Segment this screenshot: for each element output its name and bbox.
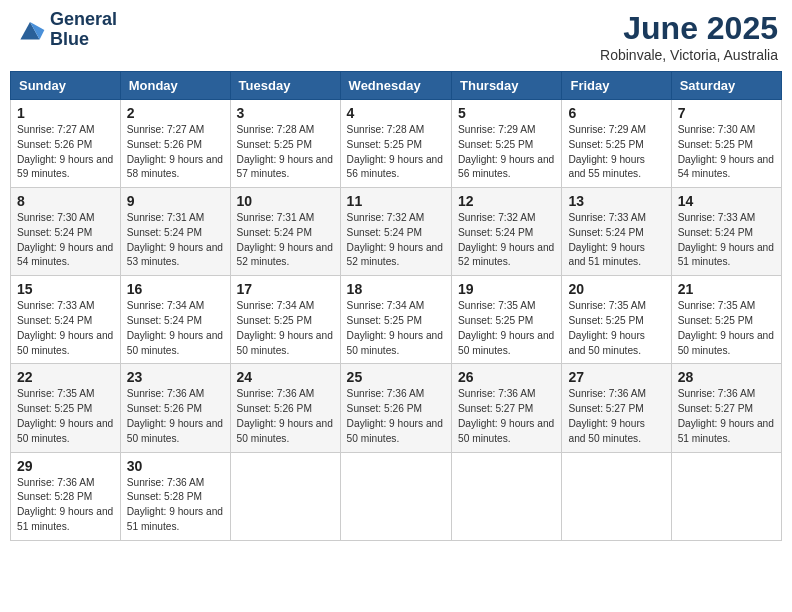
day-info: Sunrise: 7:36 AMSunset: 5:27 PMDaylight:… bbox=[458, 387, 555, 446]
day-info: Sunrise: 7:30 AMSunset: 5:25 PMDaylight:… bbox=[678, 123, 775, 182]
day-number: 17 bbox=[237, 281, 334, 297]
day-info: Sunrise: 7:35 AMSunset: 5:25 PMDaylight:… bbox=[17, 387, 114, 446]
calendar-cell: 16Sunrise: 7:34 AMSunset: 5:24 PMDayligh… bbox=[120, 276, 230, 364]
day-info: Sunrise: 7:32 AMSunset: 5:24 PMDaylight:… bbox=[458, 211, 555, 270]
day-info: Sunrise: 7:31 AMSunset: 5:24 PMDaylight:… bbox=[237, 211, 334, 270]
calendar-cell: 5Sunrise: 7:29 AMSunset: 5:25 PMDaylight… bbox=[452, 100, 562, 188]
day-number: 12 bbox=[458, 193, 555, 209]
calendar-cell: 19Sunrise: 7:35 AMSunset: 5:25 PMDayligh… bbox=[452, 276, 562, 364]
col-saturday: Saturday bbox=[671, 72, 781, 100]
calendar-cell bbox=[671, 452, 781, 540]
day-number: 15 bbox=[17, 281, 114, 297]
page-header: General Blue June 2025 Robinvale, Victor… bbox=[10, 10, 782, 63]
day-info: Sunrise: 7:35 AMSunset: 5:25 PMDaylight:… bbox=[678, 299, 775, 358]
day-info: Sunrise: 7:36 AMSunset: 5:27 PMDaylight:… bbox=[678, 387, 775, 446]
day-info: Sunrise: 7:28 AMSunset: 5:25 PMDaylight:… bbox=[237, 123, 334, 182]
calendar-cell: 10Sunrise: 7:31 AMSunset: 5:24 PMDayligh… bbox=[230, 188, 340, 276]
day-number: 6 bbox=[568, 105, 664, 121]
day-number: 27 bbox=[568, 369, 664, 385]
day-info: Sunrise: 7:31 AMSunset: 5:24 PMDaylight:… bbox=[127, 211, 224, 270]
calendar-cell: 1Sunrise: 7:27 AMSunset: 5:26 PMDaylight… bbox=[11, 100, 121, 188]
calendar-cell bbox=[562, 452, 671, 540]
day-info: Sunrise: 7:30 AMSunset: 5:24 PMDaylight:… bbox=[17, 211, 114, 270]
day-number: 1 bbox=[17, 105, 114, 121]
day-number: 3 bbox=[237, 105, 334, 121]
day-number: 25 bbox=[347, 369, 445, 385]
day-info: Sunrise: 7:36 AMSunset: 5:26 PMDaylight:… bbox=[237, 387, 334, 446]
day-info: Sunrise: 7:34 AMSunset: 5:25 PMDaylight:… bbox=[347, 299, 445, 358]
month-title: June 2025 bbox=[600, 10, 778, 47]
calendar-cell: 27Sunrise: 7:36 AMSunset: 5:27 PMDayligh… bbox=[562, 364, 671, 452]
calendar-week-row: 22Sunrise: 7:35 AMSunset: 5:25 PMDayligh… bbox=[11, 364, 782, 452]
day-number: 30 bbox=[127, 458, 224, 474]
day-number: 20 bbox=[568, 281, 664, 297]
calendar-cell: 2Sunrise: 7:27 AMSunset: 5:26 PMDaylight… bbox=[120, 100, 230, 188]
calendar-cell: 21Sunrise: 7:35 AMSunset: 5:25 PMDayligh… bbox=[671, 276, 781, 364]
calendar-week-row: 15Sunrise: 7:33 AMSunset: 5:24 PMDayligh… bbox=[11, 276, 782, 364]
calendar-cell: 13Sunrise: 7:33 AMSunset: 5:24 PMDayligh… bbox=[562, 188, 671, 276]
day-number: 2 bbox=[127, 105, 224, 121]
day-number: 21 bbox=[678, 281, 775, 297]
calendar-cell bbox=[340, 452, 451, 540]
calendar-cell: 12Sunrise: 7:32 AMSunset: 5:24 PMDayligh… bbox=[452, 188, 562, 276]
day-info: Sunrise: 7:36 AMSunset: 5:26 PMDaylight:… bbox=[347, 387, 445, 446]
calendar-cell: 26Sunrise: 7:36 AMSunset: 5:27 PMDayligh… bbox=[452, 364, 562, 452]
location: Robinvale, Victoria, Australia bbox=[600, 47, 778, 63]
day-number: 24 bbox=[237, 369, 334, 385]
day-info: Sunrise: 7:27 AMSunset: 5:26 PMDaylight:… bbox=[17, 123, 114, 182]
day-number: 14 bbox=[678, 193, 775, 209]
day-info: Sunrise: 7:36 AMSunset: 5:26 PMDaylight:… bbox=[127, 387, 224, 446]
calendar-cell: 14Sunrise: 7:33 AMSunset: 5:24 PMDayligh… bbox=[671, 188, 781, 276]
logo-icon bbox=[14, 14, 46, 46]
day-number: 7 bbox=[678, 105, 775, 121]
calendar-week-row: 29Sunrise: 7:36 AMSunset: 5:28 PMDayligh… bbox=[11, 452, 782, 540]
day-info: Sunrise: 7:36 AMSunset: 5:28 PMDaylight:… bbox=[127, 476, 224, 535]
day-info: Sunrise: 7:28 AMSunset: 5:25 PMDaylight:… bbox=[347, 123, 445, 182]
day-number: 8 bbox=[17, 193, 114, 209]
day-info: Sunrise: 7:33 AMSunset: 5:24 PMDaylight:… bbox=[568, 211, 664, 270]
calendar-cell bbox=[452, 452, 562, 540]
day-number: 9 bbox=[127, 193, 224, 209]
day-info: Sunrise: 7:35 AMSunset: 5:25 PMDaylight:… bbox=[458, 299, 555, 358]
calendar-cell: 11Sunrise: 7:32 AMSunset: 5:24 PMDayligh… bbox=[340, 188, 451, 276]
calendar-cell: 24Sunrise: 7:36 AMSunset: 5:26 PMDayligh… bbox=[230, 364, 340, 452]
calendar-cell: 9Sunrise: 7:31 AMSunset: 5:24 PMDaylight… bbox=[120, 188, 230, 276]
day-number: 16 bbox=[127, 281, 224, 297]
day-number: 5 bbox=[458, 105, 555, 121]
calendar-cell: 3Sunrise: 7:28 AMSunset: 5:25 PMDaylight… bbox=[230, 100, 340, 188]
day-info: Sunrise: 7:35 AMSunset: 5:25 PMDaylight:… bbox=[568, 299, 664, 358]
day-number: 23 bbox=[127, 369, 224, 385]
day-info: Sunrise: 7:36 AMSunset: 5:28 PMDaylight:… bbox=[17, 476, 114, 535]
day-number: 11 bbox=[347, 193, 445, 209]
day-number: 26 bbox=[458, 369, 555, 385]
col-thursday: Thursday bbox=[452, 72, 562, 100]
calendar-cell: 22Sunrise: 7:35 AMSunset: 5:25 PMDayligh… bbox=[11, 364, 121, 452]
day-number: 4 bbox=[347, 105, 445, 121]
col-sunday: Sunday bbox=[11, 72, 121, 100]
day-info: Sunrise: 7:27 AMSunset: 5:26 PMDaylight:… bbox=[127, 123, 224, 182]
col-tuesday: Tuesday bbox=[230, 72, 340, 100]
calendar-cell: 18Sunrise: 7:34 AMSunset: 5:25 PMDayligh… bbox=[340, 276, 451, 364]
calendar-cell: 8Sunrise: 7:30 AMSunset: 5:24 PMDaylight… bbox=[11, 188, 121, 276]
title-block: June 2025 Robinvale, Victoria, Australia bbox=[600, 10, 778, 63]
calendar-cell: 15Sunrise: 7:33 AMSunset: 5:24 PMDayligh… bbox=[11, 276, 121, 364]
day-number: 19 bbox=[458, 281, 555, 297]
day-number: 10 bbox=[237, 193, 334, 209]
calendar-cell: 4Sunrise: 7:28 AMSunset: 5:25 PMDaylight… bbox=[340, 100, 451, 188]
calendar-cell: 28Sunrise: 7:36 AMSunset: 5:27 PMDayligh… bbox=[671, 364, 781, 452]
calendar-cell: 6Sunrise: 7:29 AMSunset: 5:25 PMDaylight… bbox=[562, 100, 671, 188]
day-info: Sunrise: 7:33 AMSunset: 5:24 PMDaylight:… bbox=[678, 211, 775, 270]
day-info: Sunrise: 7:29 AMSunset: 5:25 PMDaylight:… bbox=[568, 123, 664, 182]
day-number: 18 bbox=[347, 281, 445, 297]
calendar-cell bbox=[230, 452, 340, 540]
col-monday: Monday bbox=[120, 72, 230, 100]
day-number: 13 bbox=[568, 193, 664, 209]
calendar-cell: 7Sunrise: 7:30 AMSunset: 5:25 PMDaylight… bbox=[671, 100, 781, 188]
day-info: Sunrise: 7:36 AMSunset: 5:27 PMDaylight:… bbox=[568, 387, 664, 446]
calendar-cell: 20Sunrise: 7:35 AMSunset: 5:25 PMDayligh… bbox=[562, 276, 671, 364]
col-wednesday: Wednesday bbox=[340, 72, 451, 100]
logo-text: General Blue bbox=[50, 10, 117, 50]
calendar-cell: 30Sunrise: 7:36 AMSunset: 5:28 PMDayligh… bbox=[120, 452, 230, 540]
day-info: Sunrise: 7:34 AMSunset: 5:24 PMDaylight:… bbox=[127, 299, 224, 358]
day-number: 22 bbox=[17, 369, 114, 385]
